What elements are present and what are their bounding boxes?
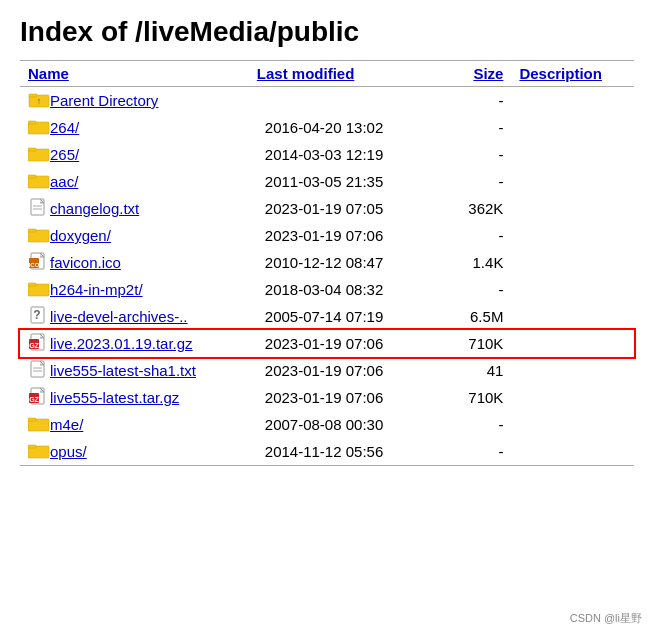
file-size: 6.5M [448,303,512,330]
file-name-cell: aac/ [20,168,249,195]
table-row: ICO favicon.ico2010-12-12 08:471.4K [20,249,634,276]
svg-rect-23 [28,283,36,286]
folder-icon [28,279,50,300]
file-size: - [448,168,512,195]
table-body: ↑ Parent Directory- 264/2016-04-20 13:02… [20,87,634,466]
table-row: doxygen/2023-01-19 07:06- [20,222,634,249]
file-link[interactable]: live555-latest.tar.gz [50,389,179,406]
table-row: ↑ Parent Directory- [20,87,634,115]
file-name-cell: ↑ Parent Directory [20,87,249,114]
table-row: GZ live.2023.01.19.tar.gz2023-01-19 07:0… [20,330,634,357]
file-modified: 2023-01-19 07:05 [249,195,448,222]
table-row: ? live-devel-archives-..2005-07-14 07:19… [20,303,634,330]
file-size: 1.4K [448,249,512,276]
file-size: - [448,87,512,115]
file-modified: 2007-08-08 00:30 [249,411,448,438]
file-size: 41 [448,357,512,384]
file-name-cell: 265/ [20,141,249,168]
file-size: - [448,141,512,168]
table-row: opus/2014-11-12 05:56- [20,438,634,466]
file-link[interactable]: m4e/ [50,416,83,433]
file-link[interactable]: 265/ [50,146,79,163]
file-description [511,411,634,438]
page-title: Index of /liveMedia/public [20,16,634,48]
file-link[interactable]: h264-in-mp2t/ [50,281,143,298]
file-size: 710K [448,330,512,357]
table-row: 265/2014-03-03 12:19- [20,141,634,168]
file-description [511,87,634,115]
svg-text:↑: ↑ [37,96,42,106]
svg-rect-37 [28,418,36,421]
file-description [511,303,634,330]
file-link[interactable]: favicon.ico [50,254,121,271]
file-link[interactable]: changelog.txt [50,200,139,217]
svg-text:GZ: GZ [29,342,39,349]
svg-rect-5 [28,121,36,124]
file-name-cell: GZ live.2023.01.19.tar.gz [20,330,249,357]
file-name-cell: GZ live555-latest.tar.gz [20,384,249,411]
svg-text:?: ? [33,308,40,322]
file-icon [28,198,50,219]
file-link[interactable]: aac/ [50,173,78,190]
ico-icon: ICO [28,252,50,273]
table-row: aac/2011-03-05 21:35- [20,168,634,195]
file-name-cell: opus/ [20,438,249,465]
col-header-name-link[interactable]: Name [28,65,69,82]
unknown-icon: ? [28,306,50,327]
targz-icon: GZ [28,387,50,408]
file-name-cell: m4e/ [20,411,249,438]
col-header-modified-link[interactable]: Last modified [257,65,355,82]
targz-icon: GZ [28,333,50,354]
folder-icon [28,414,50,435]
file-description [511,114,634,141]
file-icon [28,360,50,381]
folder-icon [28,225,50,246]
folder-icon [28,144,50,165]
file-description [511,168,634,195]
svg-rect-17 [28,229,36,232]
table-row: h264-in-mp2t/2018-03-04 08:32- [20,276,634,303]
table-header: Name Last modified Size Description [20,61,634,87]
svg-text:GZ: GZ [29,396,39,403]
file-size: 710K [448,384,512,411]
table-row: GZ live555-latest.tar.gz2023-01-19 07:06… [20,384,634,411]
svg-rect-11 [28,175,36,178]
file-link[interactable]: live-devel-archives-.. [50,308,188,325]
file-name-cell: ICO favicon.ico [20,249,249,276]
file-name-cell: h264-in-mp2t/ [20,276,249,303]
file-size: - [448,411,512,438]
file-modified: 2023-01-19 07:06 [249,357,448,384]
file-link[interactable]: opus/ [50,443,87,460]
file-modified: 2023-01-19 07:06 [249,384,448,411]
file-link[interactable]: doxygen/ [50,227,111,244]
col-header-size-link[interactable]: Size [473,65,503,82]
file-modified [249,87,448,115]
table-row: changelog.txt2023-01-19 07:05362K [20,195,634,222]
file-name-cell: doxygen/ [20,222,249,249]
folder-icon [28,117,50,138]
file-link[interactable]: 264/ [50,119,79,136]
table-row: m4e/2007-08-08 00:30- [20,411,634,438]
file-modified: 2005-07-14 07:19 [249,303,448,330]
file-size: - [448,114,512,141]
file-modified: 2016-04-20 13:02 [249,114,448,141]
file-description [511,141,634,168]
col-header-description-link[interactable]: Description [519,65,602,82]
file-description [511,249,634,276]
file-size: - [448,222,512,249]
file-description [511,384,634,411]
file-modified: 2010-12-12 08:47 [249,249,448,276]
file-link[interactable]: Parent Directory [50,92,158,109]
file-link[interactable]: live555-latest-sha1.txt [50,362,196,379]
file-link[interactable]: live.2023.01.19.tar.gz [50,335,193,352]
table-row: 264/2016-04-20 13:02- [20,114,634,141]
folder-icon [28,171,50,192]
file-name-cell: ? live-devel-archives-.. [20,303,249,330]
file-size: - [448,276,512,303]
file-description [511,438,634,466]
col-header-size: Size [448,61,512,87]
file-modified: 2023-01-19 07:06 [249,222,448,249]
file-description [511,330,634,357]
table-row: live555-latest-sha1.txt2023-01-19 07:064… [20,357,634,384]
col-header-description: Description [511,61,634,87]
